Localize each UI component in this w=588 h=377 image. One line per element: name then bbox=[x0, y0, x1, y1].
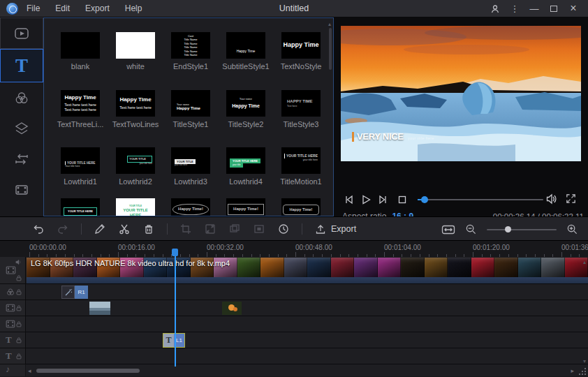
scroll-up-icon[interactable]: ▴ bbox=[583, 259, 586, 265]
template-label: TextNoStyle bbox=[277, 62, 325, 71]
menu-edit[interactable]: Edit bbox=[55, 3, 70, 13]
redo-button[interactable] bbox=[57, 223, 69, 235]
account-icon[interactable] bbox=[489, 3, 501, 14]
export-button[interactable]: Export bbox=[314, 223, 356, 235]
template-thumbnail: YOUR TITLE HERE bbox=[61, 198, 100, 216]
zoom-in-button[interactable] bbox=[566, 223, 578, 235]
lock-track-icon[interactable] bbox=[16, 353, 22, 360]
sidebar-item-overlays[interactable] bbox=[0, 113, 43, 144]
seek-knob[interactable] bbox=[421, 196, 428, 203]
stop-button[interactable] bbox=[394, 192, 411, 207]
overlay-clip-flower[interactable] bbox=[222, 302, 242, 315]
overlay-clip-landscape[interactable] bbox=[89, 302, 110, 315]
template-item[interactable]: YOUR TITLEYOUR TITLEHERE bbox=[112, 198, 159, 216]
scroll-down-icon[interactable]: ▾ bbox=[583, 358, 586, 364]
menu-export[interactable]: Export bbox=[85, 3, 110, 13]
crop-button[interactable] bbox=[179, 223, 192, 235]
lock-track-icon[interactable] bbox=[16, 275, 22, 281]
template-item-titlemotion1[interactable]: YOUR TITLE HEREyour title hereTitleMotio… bbox=[277, 147, 325, 186]
template-label: Lowthrid3 bbox=[167, 177, 214, 186]
template-thumb-text: Happy Time bbox=[284, 41, 319, 50]
template-item-titlestyle3[interactable]: HAPPY TIMEText hereTitleStyle3 bbox=[277, 90, 325, 128]
filters-icon bbox=[13, 89, 30, 106]
template-item-subtitlestyle1[interactable]: Happy TimeSubtitleStyle1 bbox=[222, 32, 270, 71]
close-button[interactable]: × bbox=[567, 2, 580, 15]
lock-track-icon[interactable] bbox=[16, 305, 22, 311]
lock-track-icon[interactable] bbox=[16, 289, 22, 295]
ruler-tick bbox=[473, 252, 473, 257]
text-clip[interactable]: T L1 bbox=[163, 333, 185, 348]
template-item-textthreeli[interactable]: Happy TimeText here text hereText here t… bbox=[57, 90, 104, 128]
resize-grip[interactable] bbox=[578, 367, 587, 376]
seek-slider[interactable] bbox=[418, 199, 543, 200]
template-thumb-text: Text here text here bbox=[64, 108, 96, 112]
fullscreen-icon[interactable] bbox=[565, 192, 577, 205]
ruler-tick bbox=[207, 252, 207, 257]
template-item-blank[interactable]: blank bbox=[57, 32, 104, 71]
minimize-button[interactable]: — bbox=[528, 3, 541, 14]
zoom-slider-knob[interactable] bbox=[505, 226, 511, 232]
template-item-lowthrid4[interactable]: YOUR TITLE HEREyour titleLowthrid4 bbox=[222, 147, 270, 186]
template-thumbnail: Your nameHappy Time bbox=[171, 90, 210, 117]
menu-help[interactable]: Help bbox=[125, 3, 142, 13]
sidebar-item-text[interactable]: T bbox=[0, 49, 43, 82]
freeze-frame-button[interactable] bbox=[253, 223, 265, 235]
video-editor-window: FileEditExportHelp Untitled ⋮ — × T bbox=[0, 0, 588, 377]
template-item-texttwolines[interactable]: Happy TimeText here text hereTextTwoLine… bbox=[112, 90, 159, 128]
menu-file[interactable]: File bbox=[27, 3, 40, 13]
template-item-white[interactable]: white bbox=[112, 32, 159, 71]
template-item-endstyle1[interactable]: CastTitle NameTitle NameTitle NameTitle … bbox=[167, 32, 214, 71]
template-item[interactable]: Happy Time!Text here text here bbox=[222, 198, 270, 216]
undo-button[interactable] bbox=[32, 223, 45, 235]
track-video: LG 8K 60fps HDR NATURE 8k video ultra hd… bbox=[0, 257, 588, 284]
ruler-tick bbox=[295, 252, 296, 257]
template-item-titlestyle1[interactable]: Your nameHappy TimeTitleStyle1 bbox=[167, 90, 214, 128]
mute-track-icon[interactable] bbox=[15, 259, 22, 265]
template-label: TitleMotion1 bbox=[277, 177, 325, 186]
filter-clip[interactable]: R1 bbox=[61, 286, 88, 299]
template-item[interactable]: YOUR TITLE HERE bbox=[57, 198, 104, 216]
scroll-right-icon[interactable]: ▸ bbox=[571, 367, 574, 374]
timeline-ruler[interactable]: 00:00:00.0000:00:16.0000:00:32.0000:00:4… bbox=[0, 241, 588, 257]
template-item[interactable]: Happy Time!Text here bbox=[277, 198, 325, 216]
lock-track-icon[interactable] bbox=[16, 337, 22, 343]
playhead-handle[interactable] bbox=[172, 249, 178, 256]
app-logo-icon bbox=[6, 3, 18, 15]
volume-icon[interactable] bbox=[545, 192, 557, 205]
template-item-textnostyle[interactable]: Happy TimeTextNoStyle bbox=[277, 32, 325, 71]
template-thumb-text: YOUR TITLE bbox=[123, 208, 148, 213]
hscrollbar-thumb[interactable] bbox=[36, 369, 140, 373]
zoom-out-button[interactable] bbox=[465, 223, 477, 235]
mosaic-button[interactable] bbox=[228, 223, 241, 235]
next-frame-button[interactable] bbox=[374, 192, 391, 207]
sidebar-item-media[interactable] bbox=[0, 17, 43, 49]
split-button[interactable] bbox=[118, 223, 131, 235]
previous-frame-button[interactable] bbox=[341, 192, 358, 207]
template-item-lowthrid1[interactable]: YOUR TITLE HEREYour title hereLowthrid1 bbox=[57, 147, 104, 186]
delete-button[interactable] bbox=[142, 223, 155, 235]
template-thumb-text: your title bbox=[230, 163, 243, 168]
fit-timeline-button[interactable] bbox=[441, 224, 455, 235]
sidebar-item-elements[interactable] bbox=[0, 175, 43, 205]
templates-scrollbar[interactable] bbox=[329, 28, 332, 70]
lock-track-icon[interactable] bbox=[16, 321, 22, 327]
zoom-clip-button[interactable] bbox=[204, 223, 216, 235]
sidebar-item-transitions[interactable] bbox=[0, 144, 43, 175]
sidebar-item-filters[interactable] bbox=[0, 82, 43, 113]
edit-button[interactable] bbox=[94, 223, 106, 235]
scroll-left-icon[interactable]: ◂ bbox=[28, 367, 31, 374]
timeline-zoom-slider[interactable] bbox=[487, 229, 557, 230]
template-item[interactable]: Happy Time!Text here text here bbox=[167, 198, 214, 216]
template-item-titlestyle2[interactable]: Your nameHappy TimeTitleStyle2 bbox=[222, 90, 270, 128]
text-clip-icon: T bbox=[163, 334, 174, 347]
template-item-lowthrid2[interactable]: YOUR TITLEyour title hereLowthrid2 bbox=[112, 147, 159, 186]
more-menu-icon[interactable]: ⋮ bbox=[508, 3, 521, 14]
timeline-hscrollbar[interactable]: ◂ ▸ bbox=[0, 367, 588, 374]
ruler-label: 00:00:32.00 bbox=[207, 244, 244, 251]
text-track-icon: T bbox=[6, 334, 12, 346]
play-button[interactable] bbox=[358, 192, 374, 207]
template-item-lowthrid3[interactable]: YOUR TITLEyour title hereLowthrid3 bbox=[167, 147, 214, 186]
scroll-up-icon[interactable]: ▴ bbox=[328, 21, 331, 27]
duration-button[interactable] bbox=[277, 223, 290, 235]
maximize-button[interactable] bbox=[547, 3, 560, 14]
